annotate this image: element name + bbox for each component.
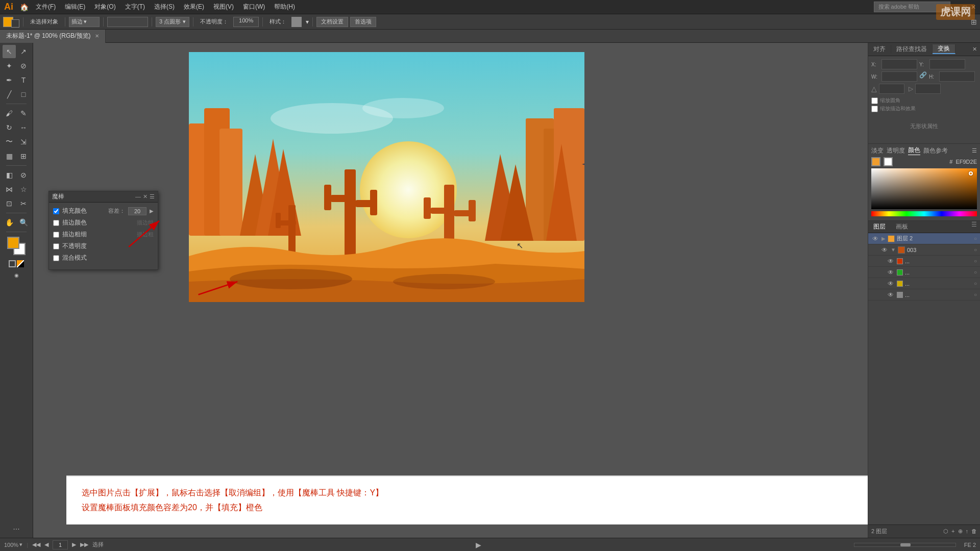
- scroll-indicator[interactable]: [854, 543, 956, 547]
- layer-item-003[interactable]: 👁 ▼ 003 ○: [868, 244, 980, 256]
- layer-target-icon[interactable]: ○: [974, 247, 977, 253]
- lock-proportions-icon[interactable]: 🔗: [919, 71, 927, 82]
- blend-mode-checkbox[interactable]: [53, 255, 59, 261]
- fill-color-checkbox[interactable]: [53, 208, 59, 214]
- tab-gradient[interactable]: 淡变: [871, 146, 884, 155]
- toolbar-input[interactable]: [107, 17, 148, 27]
- style-swatch[interactable]: [291, 17, 302, 27]
- new-sublayer-icon[interactable]: ⊕: [958, 528, 963, 535]
- page-next-one-icon[interactable]: ▶: [72, 541, 76, 548]
- no-color-icon[interactable]: [9, 260, 16, 267]
- shape-tool[interactable]: □: [17, 88, 30, 101]
- layer-eye-icon[interactable]: 👁: [887, 269, 895, 276]
- panel-options-icon[interactable]: ☰: [972, 147, 977, 154]
- fg-color-display[interactable]: [871, 157, 880, 166]
- play-icon[interactable]: ▶: [476, 541, 481, 549]
- hue-bar[interactable]: [871, 211, 977, 216]
- drawing-mode-icon[interactable]: ◉: [10, 268, 23, 282]
- gradient-tool[interactable]: ◧: [3, 168, 16, 182]
- stroke-color-swatch[interactable]: [11, 19, 19, 28]
- tool-mode-dropdown[interactable]: 插边 ▾: [69, 17, 100, 27]
- menu-file[interactable]: 文件(F): [32, 2, 60, 12]
- fill-tolerance-value[interactable]: 20: [128, 207, 146, 215]
- menu-text[interactable]: 文字(T): [121, 2, 149, 12]
- layer-target-icon[interactable]: ○: [974, 292, 977, 297]
- layer-item-layer2[interactable]: 👁 ▶ 图层 2 ○: [868, 233, 980, 244]
- menu-view[interactable]: 视图(V): [209, 2, 238, 12]
- lasso-tool[interactable]: ⊘: [17, 59, 30, 72]
- layer-item-gray[interactable]: 👁 ... ○: [868, 289, 980, 300]
- slice-tool[interactable]: ✂: [17, 197, 30, 210]
- make-clipping-icon[interactable]: ⬡: [943, 528, 948, 535]
- page-number-input[interactable]: [53, 540, 68, 549]
- fill-tolerance-arrow[interactable]: ▶: [150, 208, 154, 214]
- line-tool[interactable]: ╱: [3, 88, 16, 101]
- opacity-checkbox[interactable]: [53, 243, 59, 249]
- move-to-layer-icon[interactable]: ↑: [966, 528, 969, 535]
- w-field[interactable]: [881, 71, 917, 82]
- page-prev-one-icon[interactable]: ◀: [44, 541, 48, 548]
- hand-tool[interactable]: ✋: [3, 216, 16, 229]
- tab-layers[interactable]: 图层: [868, 221, 891, 233]
- zoom-level[interactable]: 100% ▾: [4, 541, 22, 548]
- artboard-tool[interactable]: ⊡: [3, 197, 16, 210]
- tab-transform[interactable]: 变换: [933, 44, 955, 54]
- home-icon[interactable]: 🏠: [17, 1, 31, 14]
- style-dropdown[interactable]: ▾: [306, 18, 309, 26]
- tab-align[interactable]: 对齐: [868, 45, 891, 54]
- page-prev-icon[interactable]: ◀◀: [32, 541, 40, 548]
- page-next-icon[interactable]: ▶▶: [80, 541, 88, 548]
- layers-menu-icon[interactable]: ☰: [971, 221, 980, 233]
- layer-item-yellow[interactable]: 👁 ... ○: [868, 278, 980, 289]
- layer-item-green[interactable]: 👁 ... ○: [868, 267, 980, 278]
- bg-color-display[interactable]: [884, 157, 893, 166]
- reflect-tool[interactable]: ↔: [17, 121, 30, 134]
- new-layer-icon[interactable]: +: [951, 528, 954, 535]
- document-tab[interactable]: 未标题-1* @ 100% (RGB/预览) ✕: [0, 30, 106, 43]
- tab-transparency[interactable]: 透明度: [887, 146, 905, 155]
- tab-close-icon[interactable]: ✕: [95, 33, 99, 39]
- scale-strokes-checkbox[interactable]: [871, 106, 878, 112]
- menu-help[interactable]: 帮助(H): [270, 2, 299, 12]
- layer-target-icon[interactable]: ○: [974, 269, 977, 275]
- mesh-tool[interactable]: ⊞: [17, 149, 30, 163]
- shear-field[interactable]: [915, 84, 941, 94]
- angle-field[interactable]: [879, 84, 904, 94]
- eyedropper-tool[interactable]: ⊘: [17, 168, 30, 182]
- direct-select-tool[interactable]: ↗: [17, 45, 30, 58]
- more-tools-icon[interactable]: …: [10, 520, 23, 534]
- layer-item-red[interactable]: 👁 ... ○: [868, 256, 980, 267]
- pen-tool[interactable]: ✒: [3, 73, 16, 87]
- tab-color-reference[interactable]: 颜色参考: [923, 146, 948, 155]
- menu-effect[interactable]: 效果(E): [180, 2, 208, 12]
- paintbrush-tool[interactable]: 🖌: [3, 107, 16, 120]
- menu-select[interactable]: 选择(S): [150, 2, 179, 12]
- layer-target-icon[interactable]: ○: [974, 236, 977, 241]
- zoom-tool[interactable]: 🔍: [17, 216, 30, 229]
- preferences-button[interactable]: 首选项: [350, 17, 376, 27]
- layer-expand-icon[interactable]: ▶: [881, 236, 886, 241]
- color-picker-gradient[interactable]: [871, 168, 977, 209]
- layer-target-icon[interactable]: ○: [974, 281, 977, 286]
- h-field[interactable]: [939, 71, 975, 82]
- layer-eye-icon[interactable]: 👁: [887, 291, 895, 298]
- menu-window[interactable]: 窗口(W): [239, 2, 269, 12]
- tab-artboards[interactable]: 画板: [891, 221, 913, 233]
- y-field[interactable]: [929, 59, 965, 69]
- menu-object[interactable]: 对象(O): [90, 2, 119, 12]
- layer-eye-icon[interactable]: 👁: [880, 246, 889, 254]
- layer-eye-icon[interactable]: 👁: [871, 235, 879, 242]
- tab-pathfinder[interactable]: 路径查找器: [891, 45, 933, 54]
- delete-layer-icon[interactable]: 🗑: [971, 528, 977, 535]
- select-tool[interactable]: ↖: [3, 45, 16, 58]
- layer-target-icon[interactable]: ○: [974, 258, 977, 264]
- graph-tool[interactable]: ▦: [3, 149, 16, 163]
- scale-tool[interactable]: ⇲: [17, 135, 30, 148]
- panel-menu-icon[interactable]: ☰: [150, 193, 155, 200]
- gradient-color-icon[interactable]: [17, 260, 24, 267]
- warp-tool[interactable]: 〜: [3, 135, 16, 148]
- stroke-width-checkbox[interactable]: [53, 232, 59, 238]
- pencil-tool[interactable]: ✎: [17, 107, 30, 120]
- menu-edit[interactable]: 编辑(E): [61, 2, 89, 12]
- panel-collapse-icon[interactable]: —: [135, 193, 141, 200]
